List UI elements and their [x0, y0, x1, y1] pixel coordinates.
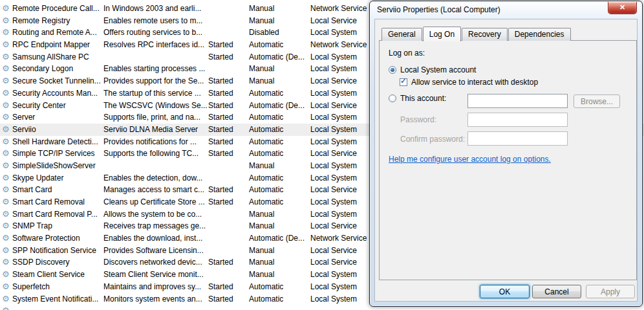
serviio-properties-dialog: Serviio Properties (Local Computer) ✕ Ge…	[369, 1, 643, 307]
service-description: Receives trap messages ge...	[103, 220, 207, 232]
service-startup-type: Automatic	[249, 111, 309, 124]
local-system-option[interactable]: Local System account	[389, 65, 476, 74]
service-description: Provides notifications for ...	[103, 136, 207, 148]
service-gear-icon: ⚙	[2, 160, 10, 172]
confirm-password-input[interactable]	[467, 131, 568, 146]
service-name: SNMP Trap	[12, 220, 102, 232]
service-name: Steam Client Service	[12, 269, 102, 281]
service-gear-icon: ⚙	[2, 208, 10, 221]
dialog-title: Serviio Properties (Local Computer)	[377, 5, 500, 14]
service-startup-type: Manual	[249, 3, 309, 15]
log-on-as-label: Log on as:	[389, 49, 425, 58]
service-description: Discovers networked devic...	[103, 256, 207, 269]
service-name: System Event Notificati...	[12, 293, 102, 305]
service-startup-type: Manual	[249, 245, 309, 257]
password-input[interactable]	[467, 113, 568, 127]
service-gear-icon: ⚙	[2, 51, 10, 63]
service-gear-icon: ⚙	[2, 111, 10, 124]
service-gear-icon: ⚙	[2, 124, 10, 136]
service-description: Monitors system events an...	[103, 293, 207, 305]
service-description: The startup of this service ...	[103, 87, 207, 100]
service-gear-icon: ⚙	[2, 63, 10, 75]
service-name: SPP Notification Service	[12, 245, 102, 257]
service-gear-icon: ⚙	[2, 27, 10, 39]
service-name: Smart Card Removal P...	[12, 208, 102, 221]
service-name: SSDP Discovery	[12, 256, 102, 269]
service-gear-icon: ⚙	[2, 3, 10, 15]
service-status: Started	[208, 39, 247, 51]
interact-desktop-option[interactable]: ✓Allow service to interact with desktop	[400, 78, 538, 87]
service-description: The WSCSVC (Windows Se...	[103, 100, 207, 112]
service-name: Secure Socket Tunnelin...	[12, 75, 102, 87]
service-description: Enables starting processes ...	[103, 63, 207, 75]
service-startup-type: Automatic	[249, 39, 309, 51]
service-status: Started	[208, 51, 247, 63]
service-description: Maintains and improves sy...	[103, 281, 207, 293]
service-status: Started	[208, 148, 247, 160]
service-name: Smart Card Removal	[12, 196, 102, 208]
service-status: Started	[208, 111, 247, 124]
tab-recovery[interactable]: Recovery	[462, 28, 508, 41]
service-startup-type: Disabled	[249, 27, 309, 39]
interact-desktop-checkbox[interactable]: ✓	[400, 78, 407, 86]
account-input[interactable]	[467, 94, 568, 108]
tab-general[interactable]: General	[381, 28, 422, 41]
service-startup-type: Manual	[249, 160, 309, 172]
service-name: Serviio	[12, 124, 102, 136]
service-status: Started	[208, 87, 247, 100]
service-gear-icon: ⚙	[2, 232, 10, 245]
service-description: Enables remote users to m...	[103, 15, 207, 27]
password-label: Password:	[400, 115, 436, 124]
service-startup-type: Automatic	[249, 281, 309, 293]
service-startup-type: Manual	[249, 208, 309, 221]
service-startup-type: Manual	[249, 63, 309, 75]
service-name: Superfetch	[12, 281, 102, 293]
service-description: Enables the download, inst...	[103, 232, 207, 245]
service-startup-type: Manual	[249, 269, 309, 281]
service-status: Started	[208, 196, 247, 208]
service-gear-icon: ⚙	[2, 220, 10, 232]
service-name: SimpleSlideShowServer	[12, 160, 102, 172]
service-gear-icon: ⚙	[2, 87, 10, 100]
tab-dependencies[interactable]: Dependencies	[508, 28, 571, 41]
tab-log-on[interactable]: Log On	[423, 27, 461, 41]
service-gear-icon: ⚙	[2, 136, 10, 148]
this-account-option[interactable]: This account:	[389, 94, 446, 103]
service-startup-type: Automatic	[249, 124, 309, 136]
service-description: Resolves RPC interfaces id...	[103, 39, 207, 51]
service-name: Software Protection	[12, 232, 102, 245]
cancel-button[interactable]: Cancel	[532, 285, 581, 298]
local-system-label: Local System account	[400, 65, 476, 74]
service-description: In Windows 2003 and earli...	[103, 3, 207, 15]
close-button[interactable]: ✕	[608, 2, 637, 14]
service-startup-type: Automatic	[249, 87, 309, 100]
service-gear-icon: ⚙	[2, 256, 10, 269]
browse-button[interactable]: Browse...	[574, 94, 620, 108]
service-gear-icon: ⚙	[2, 305, 10, 310]
service-description: Allows the system to be co...	[103, 208, 207, 221]
service-startup-type: Automatic	[249, 136, 309, 148]
service-name: Skype Updater	[12, 172, 102, 184]
local-system-radio-icon[interactable]	[389, 66, 396, 74]
ok-button[interactable]: OK	[480, 285, 530, 298]
service-startup-type: Automatic	[249, 172, 309, 184]
service-gear-icon: ⚙	[2, 172, 10, 184]
log-on-tab-page: Log on as: Local System account ✓Allow s…	[379, 40, 637, 280]
service-status: Started	[208, 256, 247, 269]
service-gear-icon: ⚙	[2, 196, 10, 208]
service-description: Steam Client Service monit...	[103, 269, 207, 281]
apply-button[interactable]: Apply	[586, 285, 635, 298]
service-description: Supports the following TC...	[103, 148, 207, 160]
this-account-label: This account:	[400, 94, 446, 103]
dialog-titlebar[interactable]: Serviio Properties (Local Computer) ✕	[370, 1, 642, 19]
service-status: Started	[208, 136, 247, 148]
service-startup-type: Automatic (De...	[249, 51, 309, 63]
service-description: Offers routing services to b...	[103, 27, 207, 39]
service-name: Simple TCP/IP Services	[12, 148, 102, 160]
service-description: Provides support for the Se...	[103, 75, 207, 87]
this-account-radio-icon[interactable]	[389, 94, 396, 102]
help-link[interactable]: Help me configure user account log on op…	[389, 155, 551, 164]
service-name: Security Accounts Man...	[12, 87, 102, 100]
service-name: Shell Hardware Detecti...	[12, 136, 102, 148]
service-name: Security Center	[12, 100, 102, 112]
